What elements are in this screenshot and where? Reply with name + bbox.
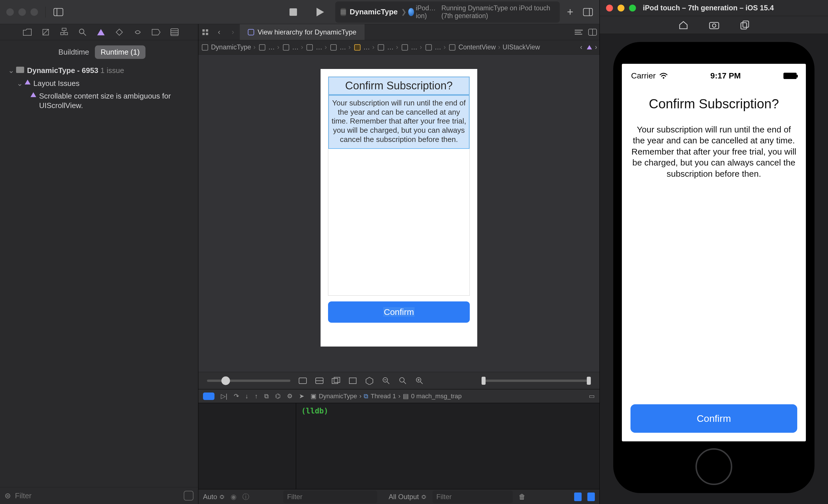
- app-body-label: Your subscription will run until the end…: [630, 124, 797, 179]
- minimize-dot-icon[interactable]: [18, 8, 26, 16]
- filter-scope-icon[interactable]: ⊜: [5, 491, 11, 500]
- view-hierarchy-canvas[interactable]: Confirm Subscription? Your subscription …: [198, 55, 599, 372]
- add-editor-icon[interactable]: [586, 29, 599, 36]
- zoom-out-icon[interactable]: [382, 376, 390, 385]
- debug-bar-collapse-icon[interactable]: ▭: [589, 393, 595, 400]
- home-button-wrap: [622, 441, 806, 487]
- view-icon: [449, 44, 455, 51]
- mode-wireframe-icon[interactable]: [332, 376, 340, 385]
- breakpoint-toggle-icon[interactable]: [203, 393, 214, 400]
- svg-rect-22: [202, 33, 205, 35]
- mode-3d-icon[interactable]: [348, 376, 357, 385]
- tests-icon[interactable]: [115, 28, 124, 37]
- continue-icon[interactable]: ▷|: [221, 393, 227, 400]
- console-view[interactable]: (lldb): [296, 403, 599, 489]
- variables-filter-input[interactable]: [283, 491, 377, 503]
- issues-icon[interactable]: [96, 28, 105, 37]
- jumpbar-stackview[interactable]: UIStackView: [503, 43, 540, 51]
- confirm-button[interactable]: Confirm: [630, 404, 797, 433]
- editor-tab-title: View hierarchy for DynamicType: [258, 28, 357, 36]
- memory-graph-icon[interactable]: ⌬: [275, 393, 281, 400]
- project-name: DynamicType: [349, 7, 398, 16]
- library-icon[interactable]: [583, 7, 593, 17]
- sidebar-toggle-icon[interactable]: [53, 7, 64, 17]
- trash-icon[interactable]: 🗑: [519, 493, 526, 501]
- screenshot-icon[interactable]: [709, 21, 719, 29]
- debug-bottom-bar: Auto ≎ ◉ ⓘ All Output ≎ 🗑: [198, 489, 599, 504]
- console-filter-input[interactable]: [432, 491, 513, 503]
- mode-2d-icon[interactable]: [298, 376, 307, 385]
- mode-clipped-icon[interactable]: [315, 376, 324, 385]
- close-dot-icon[interactable]: [606, 5, 613, 11]
- chevron-down-icon[interactable]: ⌄: [17, 79, 22, 88]
- reports-icon[interactable]: [170, 28, 179, 37]
- chevron-down-icon[interactable]: ⌄: [8, 66, 13, 75]
- back-icon[interactable]: ‹: [212, 28, 226, 37]
- step-out-icon[interactable]: ↑: [255, 393, 258, 400]
- debug-crumbs[interactable]: ▣DynamicType ›⧉Thread 1 ›▤0 mach_msg_tra…: [310, 393, 462, 400]
- editor-options-icon[interactable]: [572, 29, 586, 35]
- copy-icon[interactable]: [740, 20, 749, 30]
- preview-root-view[interactable]: Confirm Subscription? Your subscription …: [321, 69, 477, 347]
- output-scope-label[interactable]: All Output ≎: [389, 493, 427, 501]
- scheme-status-pill[interactable]: DynamicType ❯ iPod…ion) Running DynamicT…: [335, 1, 560, 23]
- auto-scope-label[interactable]: Auto ≎: [203, 493, 225, 501]
- find-icon[interactable]: [78, 28, 87, 37]
- preview-confirm-button[interactable]: Confirm: [328, 302, 470, 323]
- issues-root-row[interactable]: ⌄ DynamicType - 6953 1 issue: [3, 64, 195, 77]
- zoom-dot-icon[interactable]: [629, 5, 636, 11]
- env-override-icon[interactable]: ⚙: [287, 393, 293, 400]
- home-button[interactable]: [696, 448, 732, 485]
- scheme-selector[interactable]: ❯ iPod…ion): [401, 4, 438, 20]
- zoom-in-icon[interactable]: [415, 376, 424, 385]
- step-over-icon[interactable]: ↷: [234, 393, 239, 400]
- related-items-icon[interactable]: [198, 29, 212, 36]
- debug-crumb-frame[interactable]: 0 mach_msg_trap: [411, 393, 462, 400]
- preview-title-label[interactable]: Confirm Subscription?: [328, 77, 469, 95]
- console-pane-toggle[interactable]: [587, 493, 595, 501]
- runtime-segment[interactable]: Runtime (1): [95, 45, 146, 59]
- debug-nav-icon[interactable]: [133, 28, 142, 37]
- stop-button-icon[interactable]: [288, 7, 298, 17]
- step-into-icon[interactable]: ↓: [245, 393, 248, 400]
- jumpbar-contentview[interactable]: ContentView: [458, 43, 496, 51]
- issues-category-row[interactable]: ⌄ Layout Issues: [3, 77, 195, 90]
- rotate-slider[interactable]: [207, 379, 290, 382]
- add-tab-icon[interactable]: +: [565, 7, 575, 17]
- buildtime-segment[interactable]: Buildtime: [53, 45, 95, 59]
- orient-icon[interactable]: [365, 376, 374, 385]
- debug-crumb-app[interactable]: DynamicType: [319, 393, 357, 400]
- eye-icon[interactable]: ◉: [231, 493, 237, 501]
- variables-view[interactable]: [198, 403, 296, 489]
- preview-body-label[interactable]: Your subscription will run until the end…: [328, 95, 469, 149]
- close-dot-icon[interactable]: [6, 8, 14, 16]
- jump-bar[interactable]: DynamicType ›… ›… ›… ›… ›… ›… ›… ›… › Co…: [198, 40, 599, 55]
- filter-toggle-icon[interactable]: [184, 491, 194, 501]
- zoom-dot-icon[interactable]: [31, 8, 38, 16]
- breakpoints-icon[interactable]: [152, 28, 160, 37]
- editor-tab[interactable]: View hierarchy for DynamicType: [240, 24, 365, 40]
- folder-icon[interactable]: [23, 28, 32, 37]
- run-button-icon[interactable]: [315, 7, 325, 17]
- svg-rect-20: [202, 29, 205, 32]
- window-traffic-lights[interactable]: [6, 8, 38, 16]
- forward-icon[interactable]: ›: [226, 28, 240, 37]
- info-icon[interactable]: ⓘ: [242, 492, 249, 501]
- view-icon: [330, 44, 337, 51]
- jumpbar-root[interactable]: DynamicType: [211, 43, 251, 51]
- debug-crumb-thread[interactable]: Thread 1: [371, 393, 396, 400]
- issue-row[interactable]: Scrollable content size is ambiguous for…: [3, 90, 195, 112]
- zoom-fit-icon[interactable]: [399, 376, 407, 385]
- variables-pane-toggle[interactable]: [574, 493, 582, 501]
- source-control-icon[interactable]: [41, 28, 50, 37]
- svg-line-38: [387, 381, 389, 384]
- navigator-filter-input[interactable]: [15, 491, 180, 500]
- debug-view-icon[interactable]: ⧉: [264, 393, 269, 400]
- home-icon[interactable]: [678, 21, 688, 29]
- device-screen[interactable]: Carrier 9:17 PM Confirm Subscription? Yo…: [622, 64, 806, 441]
- symbol-icon[interactable]: [60, 28, 69, 37]
- spacing-slider[interactable]: [482, 379, 591, 382]
- minimize-dot-icon[interactable]: [618, 5, 624, 11]
- preview-selection-box[interactable]: Confirm Subscription? Your subscription …: [328, 77, 470, 296]
- location-icon[interactable]: ➤: [299, 393, 304, 400]
